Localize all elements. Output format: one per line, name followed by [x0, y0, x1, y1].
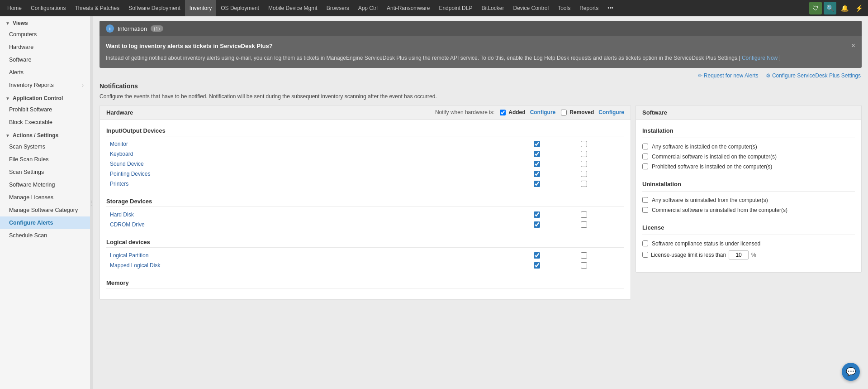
sw-checkbox[interactable] [642, 144, 648, 149]
request-new-alerts-link[interactable]: ✏ Request for new Alerts [698, 72, 759, 79]
device-checkboxes [534, 151, 624, 157]
info-banner-body: Want to log inventory alerts as tickets … [100, 36, 862, 68]
sidebar-actions-manage-licenses[interactable]: Manage Licenses [0, 191, 90, 204]
nav-item-anti-ransomware[interactable]: Anti-Ransomware [382, 0, 434, 16]
device-checkboxes [534, 181, 624, 187]
sidebar-app-block-executable[interactable]: Block Executable [0, 116, 90, 129]
device-name: Sound Device [106, 161, 534, 167]
hardware-removed-checkbox[interactable] [561, 110, 567, 115]
info-banner-close-button[interactable]: × [851, 40, 855, 52]
info-banner-message-body: Instead of getting notified about invent… [106, 55, 740, 61]
device-removed-checkbox[interactable] [581, 262, 587, 269]
sidebar-views-alerts[interactable]: Alerts [0, 66, 90, 79]
removed-checkbox-wrap [581, 151, 587, 157]
device-added-checkbox[interactable] [534, 161, 540, 167]
device-removed-checkbox[interactable] [581, 151, 587, 157]
nav-item-home[interactable]: Home [3, 0, 26, 16]
software-panel-body: Installation Any software is installed o… [636, 120, 861, 272]
sidebar-item-label: Inventory Reports [9, 82, 54, 88]
device-removed-checkbox[interactable] [581, 252, 587, 259]
sidebar-actions-file-scan-rules[interactable]: File Scan Rules [0, 153, 90, 166]
nav-items: HomeConfigurationsThreats & PatchesSoftw… [3, 0, 618, 16]
hardware-added-checkbox[interactable] [500, 110, 506, 115]
added-configure-link[interactable]: Configure [530, 109, 556, 115]
device-removed-checkbox[interactable] [581, 211, 587, 218]
device-added-checkbox[interactable] [534, 141, 540, 147]
sw-checkbox[interactable] [642, 163, 648, 169]
configure-servicedesk-link[interactable]: ⚙ Configure ServiceDesk Plus Settings [766, 72, 861, 79]
sidebar-views-inventory-reports[interactable]: Inventory Reports› [0, 79, 90, 91]
sw-checkbox[interactable] [642, 154, 648, 159]
hw-item-row: Hard Disk [106, 210, 624, 220]
device-removed-checkbox[interactable] [581, 161, 587, 167]
nav-item-software-deployment[interactable]: Software Deployment [124, 0, 185, 16]
nav-item-os-deployment[interactable]: OS Deployment [216, 0, 264, 16]
device-added-checkbox[interactable] [534, 211, 540, 218]
device-checkboxes [534, 141, 624, 147]
hw-section-inputoutput-devices: Input/Output Devices Monitor Keyboard [106, 125, 624, 189]
sidebar-item-label: Block Executable [9, 119, 52, 125]
info-icon: i [106, 24, 114, 33]
removed-configure-link[interactable]: Configure [598, 109, 624, 115]
actions-section-header[interactable]: ▼ Actions / Settings [0, 129, 90, 140]
nav-item-bitlocker[interactable]: BitLocker [477, 0, 508, 16]
device-removed-checkbox[interactable] [581, 181, 587, 187]
license-usage-input[interactable] [729, 250, 749, 259]
sw-checkbox[interactable] [642, 197, 648, 203]
sw-checkbox[interactable] [642, 207, 648, 213]
shield-icon[interactable]: 🛡 [809, 2, 822, 14]
removed-checkbox-wrap [581, 161, 587, 167]
nav-item-reports[interactable]: Reports [575, 0, 603, 16]
nav-item-app-ctrl[interactable]: App Ctrl [354, 0, 382, 16]
nav-item-[interactable]: ••• [603, 0, 618, 16]
chat-bubble-button[interactable]: 💬 [842, 363, 860, 381]
nav-item-threats--patches[interactable]: Threats & Patches [70, 0, 124, 16]
nav-item-tools[interactable]: Tools [553, 0, 575, 16]
sidebar-item-label: Scan Systems [9, 144, 45, 150]
hw-section-memory: Memory [106, 277, 624, 288]
hardware-panel-header: Hardware Notify when hardware is: Added … [100, 106, 631, 120]
device-added-checkbox[interactable] [534, 252, 540, 259]
bell-icon[interactable]: 🔔 [838, 2, 851, 14]
sidebar-actions-schedule-scan[interactable]: Schedule Scan [0, 229, 90, 242]
device-removed-checkbox[interactable] [581, 141, 587, 147]
sidebar-actions-scan-systems[interactable]: Scan Systems [0, 140, 90, 153]
device-removed-checkbox[interactable] [581, 171, 587, 177]
nav-item-browsers[interactable]: Browsers [322, 0, 354, 16]
device-added-checkbox[interactable] [534, 171, 540, 177]
sidebar-views-hardware[interactable]: Hardware [0, 41, 90, 53]
sidebar-views-software[interactable]: Software [0, 53, 90, 66]
sidebar-actions-manage-software-category[interactable]: Manage Software Category [0, 204, 90, 216]
sidebar-item-label: Alerts [9, 69, 24, 76]
nav-item-endpoint-dlp[interactable]: Endpoint DLP [434, 0, 477, 16]
sidebar-views-computers[interactable]: Computers [0, 28, 90, 41]
views-section-header[interactable]: ▼ Views [0, 16, 90, 28]
configure-now-link[interactable]: Configure Now [742, 55, 778, 61]
device-added-checkbox[interactable] [534, 221, 540, 228]
sidebar-actions-configure-alerts[interactable]: Configure Alerts [0, 216, 90, 229]
hw-section-title: Storage Devices [106, 195, 624, 207]
nav-item-mobile-device-mgmt[interactable]: Mobile Device Mgmt [264, 0, 322, 16]
device-added-checkbox[interactable] [534, 181, 540, 187]
nav-item-inventory[interactable]: Inventory [185, 0, 216, 16]
sw-checkbox[interactable] [642, 252, 648, 258]
sw-label: Prohibited software is installed on the … [652, 163, 772, 170]
nav-item-configurations[interactable]: Configurations [26, 0, 70, 16]
sidebar-app-prohibit-software[interactable]: Prohibit Software [0, 103, 90, 116]
device-removed-checkbox[interactable] [581, 221, 587, 228]
main-content: i Information (1) Want to log inventory … [93, 16, 868, 389]
app-control-section-header[interactable]: ▼ Application Control [0, 91, 90, 103]
device-added-checkbox[interactable] [534, 151, 540, 157]
search-icon[interactable]: 🔍 [824, 2, 836, 14]
sidebar-actions-scan-settings[interactable]: Scan Settings [0, 166, 90, 178]
software-sections: Installation Any software is installed o… [642, 125, 855, 261]
device-name: Printers [106, 181, 534, 187]
sidebar-actions-software-metering[interactable]: Software Metering [0, 178, 90, 191]
sw-checkbox[interactable] [642, 240, 648, 246]
sidebar-views-items: ComputersHardwareSoftwareAlertsInventory… [0, 28, 90, 91]
sidebar-item-label: Scan Settings [9, 169, 44, 175]
nav-item-device-control[interactable]: Device Control [508, 0, 553, 16]
sidebar-item-label: File Scan Rules [9, 156, 49, 163]
device-added-checkbox[interactable] [534, 262, 540, 269]
bolt-icon[interactable]: ⚡ [853, 2, 865, 14]
